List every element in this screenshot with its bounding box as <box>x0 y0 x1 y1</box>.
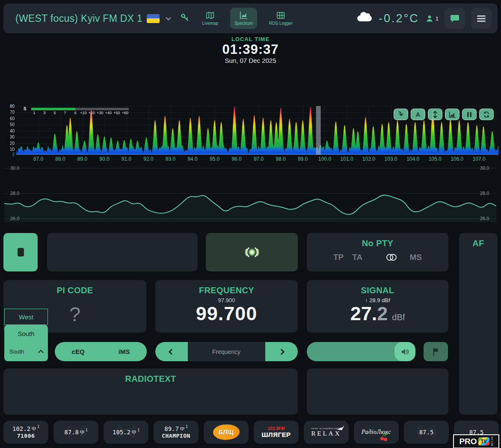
spectrum-x-tick: 96.0 <box>227 156 246 162</box>
s-meter-tick: +60 <box>122 111 128 115</box>
spectrum-x-tick: 97.0 <box>249 156 268 162</box>
local-time-block: LOCAL TIME 01:39:37 Sun, 07 Dec 2025 <box>0 36 501 64</box>
station-name-panel <box>47 233 198 271</box>
nav-spectrum[interactable]: Spectrum <box>230 8 257 29</box>
s-meter-tick: 7 <box>64 111 66 115</box>
graph-style-button[interactable] <box>445 109 459 120</box>
preset-button[interactable]: БЛІЦ <box>204 421 249 444</box>
s-meter-tick: +40 <box>105 111 112 115</box>
antenna-select[interactable]: South <box>4 342 48 361</box>
signal-y-tick: 28.0 <box>10 191 19 196</box>
antenna-option-south[interactable]: South <box>4 325 48 342</box>
spectrum-y-tick: 10 <box>3 147 15 152</box>
pause-button[interactable] <box>462 109 477 120</box>
protv-logo: PROTVNET.UA <box>453 434 499 448</box>
move-down-button[interactable] <box>394 109 408 120</box>
hamburger-icon <box>477 14 486 23</box>
spectrum-x-tick: 89.0 <box>73 156 92 162</box>
signal-y-tick: 30.0 <box>480 165 489 171</box>
s-meter-tick: +50 <box>113 111 120 115</box>
spectrum-x-tick: 91.0 <box>117 156 136 162</box>
arrow-down-icon <box>397 111 405 118</box>
lux-logo: РадіоЛюкс <box>362 429 391 436</box>
preset-button[interactable]: 87.5 <box>404 421 449 444</box>
spectrum-y-tick: 60 <box>3 116 15 121</box>
preset-button[interactable]: 87.81 <box>53 421 98 444</box>
frequency-stepper <box>155 342 298 361</box>
ims-toggle[interactable]: iMS <box>119 348 130 355</box>
autoscale-button[interactable]: A <box>411 109 425 120</box>
speaker-icon <box>400 348 410 356</box>
preset-bar: 102.217100687.81105.2189.71CHAMPIONБЛІЦ1… <box>3 421 499 444</box>
ceq-toggle[interactable]: cEQ <box>72 348 85 355</box>
chat-bubble-icon <box>450 13 460 24</box>
menu-button[interactable] <box>471 8 492 29</box>
preset-button[interactable]: 105.21 <box>104 421 148 444</box>
nav-livemap[interactable]: Livemap <box>198 8 222 29</box>
spectrum-x-tick: 100.0 <box>315 156 334 162</box>
spectrum-y-tick: 20 <box>3 141 15 146</box>
user-icon <box>425 14 434 23</box>
spectrum-x-tick: 88.0 <box>51 156 70 162</box>
antenna-selected-value: South <box>9 348 24 355</box>
spectrum-x-tick: 107.0 <box>470 156 489 162</box>
preset-button[interactable]: 89.71CHAMPION <box>154 421 199 444</box>
grid-icon <box>276 11 285 20</box>
s-meter-tick: +10 <box>80 111 86 115</box>
temperature: -0.2°C <box>379 12 419 25</box>
s-meter-tick: 1 <box>33 111 35 115</box>
spectrum-x-tick: 98.0 <box>271 156 290 162</box>
spectrum-y-tick: 50 <box>3 122 15 127</box>
chart-icon <box>239 11 248 20</box>
s-meter-tick: +30 <box>97 111 103 115</box>
vertical-scale-button[interactable] <box>428 109 442 120</box>
signal-unit: dBf <box>392 312 405 322</box>
spectrum-x-tick: 103.0 <box>382 156 400 162</box>
signal-panel: SIGNAL ↑ 28.9 dBf 27.2dBf <box>307 280 448 333</box>
stereo-circles-icon <box>385 253 398 262</box>
play-stop-button[interactable] <box>3 233 38 271</box>
volume-slider[interactable] <box>307 342 415 361</box>
preset-button[interactable]: 102.2171006 <box>3 421 48 444</box>
preset-name: CHAMPION <box>162 433 190 439</box>
antenna-option-west[interactable]: West <box>4 309 48 325</box>
nav-rds-logger-label: RDS Logger <box>269 21 293 26</box>
frequency-up-button[interactable] <box>265 342 298 361</box>
chat-button[interactable] <box>445 8 465 29</box>
spectrum-y-tick: 80 <box>3 104 15 109</box>
refresh-button[interactable] <box>479 109 494 120</box>
s-meter-tick: 5 <box>53 111 56 115</box>
key-icon[interactable] <box>180 12 190 24</box>
pi-code-title: PI CODE <box>3 280 146 295</box>
radiotext-panel: RADIOTEXT <box>3 368 298 415</box>
nav-rds-logger[interactable]: RDS Logger <box>265 8 297 29</box>
volume-thumb[interactable] <box>394 342 415 361</box>
audio-indicator-panel[interactable] <box>206 233 298 271</box>
s-meter-bar <box>31 108 129 110</box>
frequency-down-button[interactable] <box>155 342 188 361</box>
preset-button[interactable]: 87.5PROTVNET.UA <box>454 421 499 444</box>
preset-frequency: 105.21 <box>113 429 139 436</box>
listeners: 1 <box>425 14 439 23</box>
signal-y-tick: 28.0 <box>480 191 489 196</box>
preset-button[interactable]: 101.9FMШЛЯГЕР <box>254 421 299 444</box>
audio-pulse-icon <box>242 244 262 261</box>
s-meter-fill <box>31 108 75 110</box>
preset-button[interactable]: легке та спокійне радіоRELAX <box>304 421 349 444</box>
bird-icon <box>336 424 345 431</box>
antenna-number: 1 <box>37 425 39 429</box>
preset-frequency: 89.71 <box>164 425 188 433</box>
preset-button[interactable]: РадіоЛюкс <box>354 421 399 444</box>
top-bar: (WEST focus) Kyiv FM DX 1 Livemap Spectr… <box>3 3 498 33</box>
spectrum-x-tick: 105.0 <box>426 156 445 162</box>
chevron-down-icon[interactable] <box>166 15 171 21</box>
signal-y-tick: 26.0 <box>10 216 19 221</box>
graph-style-icon <box>448 111 457 118</box>
spectrum-toolbar: A <box>394 109 494 120</box>
vertical-scale-icon <box>431 111 439 118</box>
s-meter-tick: 3 <box>43 111 45 115</box>
frequency-input[interactable] <box>188 342 265 361</box>
antenna-icon <box>131 430 136 434</box>
flag-button[interactable] <box>424 342 448 361</box>
preset-name: 71006 <box>17 433 35 439</box>
